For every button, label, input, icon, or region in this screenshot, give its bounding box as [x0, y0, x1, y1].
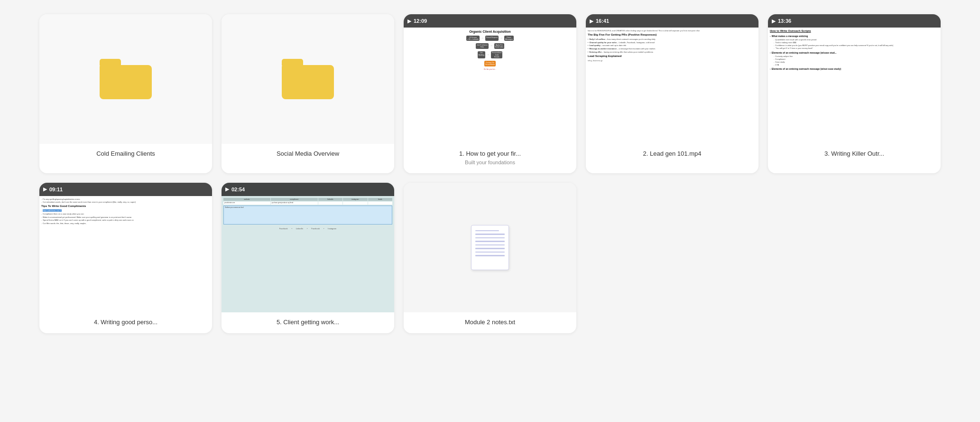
card-writing-good-perso[interactable]: ▶ 09:11 -Fix any spelling/spacing/capita… [39, 183, 212, 333]
play-icon: ▶ [590, 18, 593, 24]
folder-icon [282, 59, 334, 99]
play-icon: ▶ [225, 186, 229, 192]
video-preview-content: Organic Client Acquisition 10 Groups+ IG… [404, 28, 576, 144]
card-label: 2. Lead gen 101.mp4 [586, 144, 758, 165]
video-overlay-bar: ▶ 16:41 [586, 14, 758, 28]
sub-label: Built your foundations [408, 159, 572, 166]
video-thumbnail: ▶ 09:11 -Fix any spelling/spacing/capita… [39, 183, 212, 312]
video-preview-content: How to Write Outreach Scripts -What make… [768, 28, 941, 144]
play-icon: ▶ [43, 186, 47, 192]
folder-thumbnail-social [222, 14, 394, 144]
video-thumbnail: ▶ 02:54 website compliment linkedin inst… [222, 183, 394, 312]
card-writing-killer[interactable]: ▶ 13:36 How to Write Outreach Scripts -W… [768, 14, 941, 173]
card-label: Cold Emailing Clients [39, 144, 212, 165]
notes-file-icon [471, 225, 509, 270]
video-timestamp: 16:41 [596, 18, 609, 24]
card-label: 3. Writing Killer Outr... [768, 144, 941, 165]
video-preview-content: learn to be RESOURCEFUL and CREATIVE whe… [586, 28, 758, 144]
card-how-to-get-first[interactable]: ▶ 12:09 Organic Client Acquisition 10 Gr… [404, 14, 576, 173]
video-thumbnail: ▶ 13:36 How to Write Outreach Scripts -W… [768, 14, 941, 144]
play-icon: ▶ [407, 18, 411, 24]
video-timestamp: 02:54 [231, 187, 245, 192]
video-overlay-bar: ▶ 12:09 [404, 14, 576, 28]
play-icon: ▶ [772, 18, 776, 24]
video-preview-content: website compliment linkedin instagram le… [222, 196, 394, 312]
video-timestamp: 12:09 [414, 18, 427, 24]
card-social-media[interactable]: Social Media Overview [222, 14, 394, 173]
video-preview-content: -Fix any spelling/spacing/capitalization… [39, 196, 212, 312]
card-label: Social Media Overview [222, 144, 394, 165]
video-timestamp: 09:11 [49, 187, 63, 192]
card-label: 4. Writing good perso... [39, 312, 212, 333]
video-thumbnail: ▶ 16:41 learn to be RESOURCEFUL and CREA… [586, 14, 758, 144]
card-label: 1. How to get your fir... Built your fou… [404, 144, 576, 173]
video-overlay-bar: ▶ 13:36 [768, 14, 941, 28]
folder-thumbnail-cold [39, 14, 212, 144]
card-label: Module 2 notes.txt [404, 312, 576, 333]
content-grid: Cold Emailing Clients Social Media Overv… [39, 14, 941, 333]
video-thumbnail: ▶ 12:09 Organic Client Acquisition 10 Gr… [404, 14, 576, 144]
card-label: 5. Client getting work... [222, 312, 394, 333]
video-overlay-bar: ▶ 02:54 [222, 183, 394, 196]
label-text: 1. How to get your fir... [459, 150, 521, 157]
folder-icon [100, 59, 152, 99]
card-module-2-notes[interactable]: Module 2 notes.txt [404, 183, 576, 333]
card-cold-emailing[interactable]: Cold Emailing Clients [39, 14, 212, 173]
notes-thumbnail [404, 183, 576, 312]
video-overlay-bar: ▶ 09:11 [39, 183, 212, 196]
card-lead-gen[interactable]: ▶ 16:41 learn to be RESOURCEFUL and CREA… [586, 14, 758, 173]
card-client-getting-work[interactable]: ▶ 02:54 website compliment linkedin inst… [222, 183, 394, 333]
video-timestamp: 13:36 [778, 18, 791, 24]
